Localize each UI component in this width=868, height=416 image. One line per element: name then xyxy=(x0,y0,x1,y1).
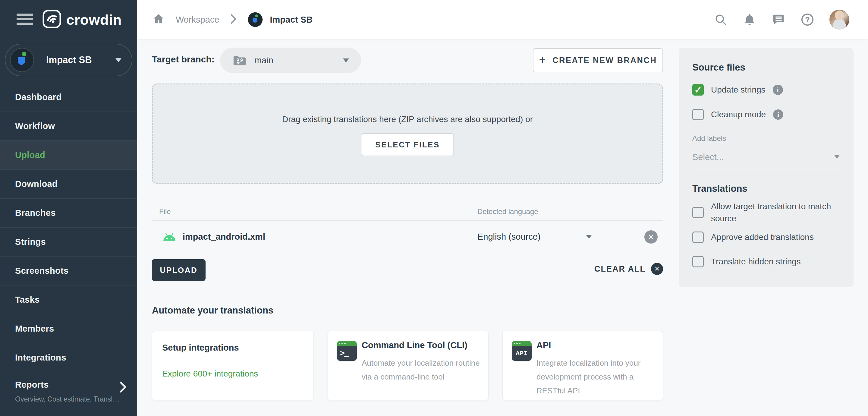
sidebar-item-reports[interactable]: Reports Overview, Cost estimate, Transl… xyxy=(0,372,137,416)
checkbox-icon[interactable] xyxy=(692,207,704,218)
sidebar: Impact SB Dashboard Workflow Upload Down… xyxy=(0,39,137,416)
breadcrumb-project[interactable]: Impact SB xyxy=(248,12,313,27)
detected-language-value: English (source) xyxy=(477,232,541,242)
sidebar-item-dashboard[interactable]: Dashboard xyxy=(0,83,137,112)
checkbox-icon[interactable] xyxy=(692,109,704,120)
help-icon[interactable]: ? xyxy=(801,13,814,27)
android-icon xyxy=(163,232,176,241)
upload-options-panel: Source files Update strings i Cleanup mo… xyxy=(679,48,854,287)
user-avatar[interactable] xyxy=(830,10,849,30)
dropzone-text: Drag existing translations here (ZIP arc… xyxy=(153,115,662,124)
chevron-down-icon xyxy=(115,58,122,62)
info-icon[interactable]: i xyxy=(773,110,783,120)
sidebar-item-label: Strings xyxy=(15,237,46,247)
home-icon[interactable] xyxy=(152,13,165,26)
chevron-down-icon xyxy=(343,58,349,62)
sidebar-item-strings[interactable]: Strings xyxy=(0,227,137,256)
card-cli[interactable]: >_ Command Line Tool (CLI) Automate your… xyxy=(328,331,489,400)
clear-all-label: CLEAR ALL xyxy=(594,264,646,274)
allow-match-source-option[interactable]: Allow target translation to match source xyxy=(692,201,843,225)
project-selector-name: Impact SB xyxy=(46,55,92,65)
add-labels-label: Add labels xyxy=(692,134,726,143)
card-title: Command Line Tool (CLI) xyxy=(362,340,467,350)
detected-language-select[interactable]: English (source) xyxy=(477,221,592,253)
clear-all-button[interactable]: CLEAR ALL ✕ xyxy=(594,263,663,275)
labels-select[interactable]: Select... xyxy=(692,152,840,162)
notifications-bell-icon[interactable] xyxy=(743,13,756,27)
card-api[interactable]: API API Integrate localization into your… xyxy=(502,331,663,400)
option-label: Cleanup mode xyxy=(711,109,766,121)
header-actions: ? xyxy=(714,0,849,39)
upload-button[interactable]: UPLOAD xyxy=(152,259,206,281)
card-description: Automate your localization routine via a… xyxy=(362,356,488,384)
approve-added-option[interactable]: Approve added translations xyxy=(692,231,814,243)
create-new-branch-button[interactable]: + CREATE NEW BRANCH xyxy=(533,48,663,72)
project-avatar xyxy=(10,48,34,72)
source-files-heading: Source files xyxy=(692,62,745,73)
sidebar-item-upload[interactable]: Upload xyxy=(0,141,137,170)
project-avatar xyxy=(248,12,263,27)
breadcrumb: Workspace Impact SB xyxy=(152,0,313,39)
messages-chat-icon[interactable] xyxy=(772,13,785,27)
breadcrumb-project-name: Impact SB xyxy=(270,15,313,25)
sidebar-item-download[interactable]: Download xyxy=(0,170,137,198)
crowdin-upload-page: crowdin Workspace Impact SB xyxy=(0,0,868,416)
card-setup-integrations[interactable]: Setup integrations Explore 600+ integrat… xyxy=(152,331,313,400)
branch-selector-value: main xyxy=(254,56,273,65)
plus-icon: + xyxy=(539,53,547,66)
chevron-down-icon xyxy=(586,235,592,239)
search-icon[interactable] xyxy=(714,13,727,27)
column-header-detected-language: Detected language xyxy=(477,207,538,216)
sidebar-item-label: Tasks xyxy=(15,295,40,305)
card-title: Setup integrations xyxy=(162,343,239,353)
checkbox-checked-icon[interactable] xyxy=(692,84,704,95)
crowdin-logo[interactable]: crowdin xyxy=(42,9,122,30)
sidebar-item-label: Workflow xyxy=(15,121,55,131)
update-strings-option[interactable]: Update strings i xyxy=(692,84,783,96)
info-icon[interactable]: i xyxy=(773,85,783,95)
explore-integrations-link[interactable]: Explore 600+ integrations xyxy=(162,369,258,379)
top-bar-dark: crowdin xyxy=(0,0,137,39)
sidebar-item-label: Download xyxy=(15,179,58,189)
cleanup-mode-option[interactable]: Cleanup mode i xyxy=(692,109,783,121)
sidebar-item-integrations[interactable]: Integrations xyxy=(0,343,137,372)
api-icon: API xyxy=(512,341,532,361)
card-description: Integrate localization into your develop… xyxy=(536,356,663,397)
option-label: Update strings xyxy=(711,84,766,96)
sidebar-item-members[interactable]: Members xyxy=(0,314,137,343)
sidebar-item-label: Reports xyxy=(0,380,137,390)
hamburger-menu-icon[interactable] xyxy=(17,13,33,26)
divider xyxy=(692,170,840,170)
sidebar-reports-subtitle: Overview, Cost estimate, Transl… xyxy=(0,395,137,403)
file-dropzone[interactable]: Drag existing translations here (ZIP arc… xyxy=(152,84,663,184)
crowdin-logo-text: crowdin xyxy=(66,11,122,28)
remove-file-button[interactable]: ✕ xyxy=(644,230,658,244)
select-files-button[interactable]: SELECT FILES xyxy=(361,133,454,156)
checkbox-icon[interactable] xyxy=(692,232,704,243)
create-new-branch-label: CREATE NEW BRANCH xyxy=(553,56,657,65)
option-label: Approve added translations xyxy=(711,231,814,243)
breadcrumb-chevron-icon xyxy=(230,14,237,25)
top-bar: Workspace Impact SB xyxy=(137,0,868,39)
sidebar-item-tasks[interactable]: Tasks xyxy=(0,285,137,314)
table-row: impact_android.xml English (source) ✕ xyxy=(152,221,663,253)
chevron-down-icon xyxy=(834,155,840,158)
file-cell: impact_android.xml xyxy=(163,221,265,253)
translate-hidden-option[interactable]: Translate hidden strings xyxy=(692,256,801,268)
option-label: Allow target translation to match source xyxy=(711,201,843,225)
automate-heading: Automate your translations xyxy=(152,305,273,316)
project-selector[interactable]: Impact SB xyxy=(5,44,132,76)
card-title: API xyxy=(536,340,551,350)
sidebar-item-screenshots[interactable]: Screenshots xyxy=(0,256,137,285)
sidebar-item-branches[interactable]: Branches xyxy=(0,198,137,227)
sidebar-item-label: Dashboard xyxy=(15,92,61,102)
sidebar-item-workflow[interactable]: Workflow xyxy=(0,112,137,141)
breadcrumb-workspace[interactable]: Workspace xyxy=(176,15,219,25)
sidebar-item-label: Members xyxy=(15,324,54,334)
sidebar-item-label: Upload xyxy=(15,150,45,160)
git-branch-folder-icon xyxy=(233,54,247,66)
branch-selector[interactable]: main xyxy=(220,48,361,73)
checkbox-icon[interactable] xyxy=(692,256,704,267)
crowdin-logo-icon xyxy=(42,9,61,30)
sidebar-item-label: Integrations xyxy=(15,353,66,363)
